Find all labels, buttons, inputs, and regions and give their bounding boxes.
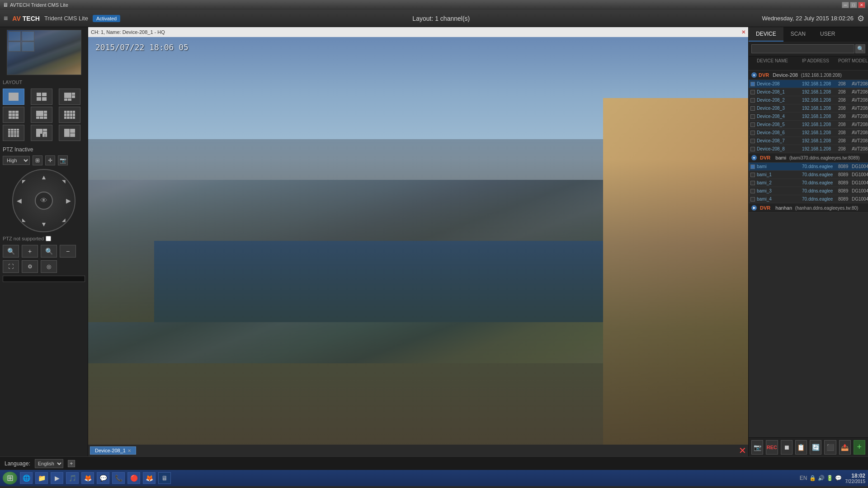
ptz-downright-arrow[interactable]: ◢: [62, 217, 66, 222]
layout-6ch-button[interactable]: [59, 89, 80, 105]
device-checkbox-bami[interactable]: [750, 164, 755, 169]
gear-icon[interactable]: ⚙: [857, 14, 864, 23]
camera-tab-device208[interactable]: Device-208_1 ✕: [90, 446, 136, 455]
ptz-speed-dropdown[interactable]: High: [3, 156, 30, 165]
paste-button[interactable]: 📋: [795, 440, 807, 455]
refresh-button[interactable]: 🔄: [810, 440, 821, 455]
device-checkbox-bami-1[interactable]: [750, 173, 755, 177]
taskbar-firefox[interactable]: 🦊: [143, 472, 156, 484]
device-checkbox-bami-4[interactable]: [750, 197, 755, 202]
layout-custom2-button[interactable]: [59, 125, 80, 141]
ptz-target-button[interactable]: ◎: [41, 260, 57, 273]
preview-thumbnail[interactable]: [7, 30, 81, 75]
ptz-snapshot-button[interactable]: 📷: [58, 155, 68, 165]
ptz-zoom-out-minus-button[interactable]: −: [60, 245, 76, 258]
start-button[interactable]: ⊞: [3, 472, 17, 484]
device-row-bami[interactable]: bami 70.ddns.eaglee 8089 DG1004 — ▶: [749, 163, 868, 171]
device-row-208-1[interactable]: Device-208_1 192.168.1.208 208 AVT208 ◉ …: [749, 88, 868, 96]
close-button[interactable]: ✕: [858, 2, 865, 8]
ptz-zoom-in-plus-button[interactable]: +: [22, 245, 38, 258]
stop-button[interactable]: ⏹: [781, 440, 793, 455]
taskbar-cms[interactable]: 🖥: [158, 472, 171, 484]
layout-16ch-button[interactable]: [3, 125, 24, 141]
device-row-208-2[interactable]: Device-208_2 192.168.1.208 208 AVT208 ◉ …: [749, 96, 868, 104]
maximize-button[interactable]: □: [850, 2, 857, 8]
device-checkbox-208-2[interactable]: [750, 98, 755, 103]
device-checkbox-208-3[interactable]: [750, 106, 755, 111]
ptz-center[interactable]: 👁: [35, 192, 53, 210]
ptz-right-arrow[interactable]: ▶: [66, 197, 71, 204]
device-checkbox-208[interactable]: [750, 82, 755, 86]
tab-device[interactable]: DEVICE: [749, 27, 783, 42]
taskbar-yahoo[interactable]: 🔴: [127, 472, 140, 484]
layout-4ch-button[interactable]: [31, 89, 52, 105]
dvr-header-bami[interactable]: ▼ DVR bami (bami370.ddns.eagleeyes.tw:80…: [749, 153, 868, 163]
search-button[interactable]: 🔍: [855, 44, 865, 53]
menu-icon[interactable]: ≡: [4, 14, 8, 23]
device-row-208-5[interactable]: Device-208_5 192.168.1.208 208 AVT208 ◉ …: [749, 121, 868, 129]
search-input[interactable]: [751, 44, 854, 53]
device-row-208-7[interactable]: Device-208_7 192.168.1.208 208 AVT208 ◉ …: [749, 137, 868, 145]
camera-view[interactable]: 2015/07/22 18:06 05: [88, 37, 748, 445]
ptz-zoom-in-button[interactable]: 🔍: [3, 245, 19, 258]
camera-tab-red[interactable]: ✕: [739, 445, 746, 456]
snapshot-button[interactable]: 📷: [751, 440, 763, 455]
device-row-bami-2[interactable]: bami_2 70.ddns.eaglee 8089 DG1004 — ▶: [749, 179, 868, 187]
device-checkbox-208-1[interactable]: [750, 90, 755, 94]
device-checkbox-bami-3[interactable]: [750, 189, 755, 193]
taskbar-media[interactable]: ▶: [51, 472, 63, 484]
record-button[interactable]: REC: [766, 440, 778, 455]
ptz-mode-button[interactable]: ⊞: [33, 155, 42, 165]
ptz-upright-arrow[interactable]: ◥: [62, 179, 66, 184]
ptz-down-arrow[interactable]: ▼: [41, 221, 47, 228]
sequence-button[interactable]: ⬛: [824, 440, 836, 455]
ie-icon: 🌐: [23, 474, 30, 482]
layout-10ch-button[interactable]: [31, 107, 52, 123]
device-row-208-3[interactable]: Device-208_3 192.168.1.208 208 AVT208 ◉ …: [749, 104, 868, 113]
device-row-208-8[interactable]: Device-208_8 192.168.1.208 208 AVT208 ◉ …: [749, 145, 868, 153]
ptz-settings-button[interactable]: ⚙: [22, 260, 38, 273]
ptz-not-supported-checkbox[interactable]: [46, 236, 51, 241]
device-row-208-6[interactable]: Device-208_6 192.168.1.208 208 AVT208 ◉ …: [749, 129, 868, 137]
taskbar-ie[interactable]: 🌐: [20, 472, 33, 484]
dvr-header-device208[interactable]: ▼ DVR Device-208 (192.168.1.208:208): [749, 70, 868, 80]
ptz-left-arrow[interactable]: ◀: [17, 197, 22, 204]
device-row-bami-4[interactable]: bami_4 70.ddns.eaglee 8089 DG1004 — ▶: [749, 195, 868, 203]
layout-custom1-button[interactable]: [31, 125, 52, 141]
ptz-up-arrow[interactable]: ▲: [41, 174, 47, 181]
device-checkbox-208-6[interactable]: [750, 131, 755, 135]
device-checkbox-208-4[interactable]: [750, 114, 755, 119]
layout-1ch-button[interactable]: [3, 89, 24, 105]
device-checkbox-208-8[interactable]: [750, 147, 755, 151]
taskbar-line[interactable]: 💬: [97, 472, 109, 484]
device-row-bami-1[interactable]: bami_1 70.ddns.eaglee 8089 DG1004 — ▶: [749, 171, 868, 179]
device-row-208-4[interactable]: Device-208_4 192.168.1.208 208 AVT208 ◉ …: [749, 113, 868, 121]
camera-tab-close[interactable]: ✕: [127, 448, 131, 453]
device-checkbox-208-7[interactable]: [750, 139, 755, 143]
device-checkbox-208-5[interactable]: [750, 122, 755, 127]
ptz-move-button[interactable]: ✛: [45, 155, 55, 165]
layout-9ch-button[interactable]: [3, 107, 24, 123]
layout-12ch-button[interactable]: [59, 107, 80, 123]
dvr-header-hanhan[interactable]: ▶ DVR hanhan (hanhan.ddns.eagleeyes.tw:8…: [749, 203, 868, 213]
language-add-button[interactable]: +: [68, 460, 75, 467]
device-row-208[interactable]: Device-208 192.168.1.208 208 AVT208 ◉ ▶: [749, 80, 868, 88]
ptz-joystick[interactable]: ▲ ▼ ◀ ▶ ◤ ◥ ◣ ◢ 👁: [12, 169, 75, 232]
language-select[interactable]: English: [35, 459, 63, 468]
taskbar-music[interactable]: 🎵: [66, 472, 79, 484]
tab-scan[interactable]: SCAN: [783, 27, 813, 42]
taskbar-chrome[interactable]: 🦊: [81, 472, 94, 484]
export-button[interactable]: 📤: [839, 440, 851, 455]
ptz-zoom-out-button[interactable]: 🔍: [41, 245, 57, 258]
add-button[interactable]: +: [854, 440, 865, 455]
minimize-button[interactable]: ─: [842, 2, 849, 8]
ptz-fullscreen-button[interactable]: ⛶: [3, 260, 19, 273]
ptz-upleft-arrow[interactable]: ◤: [22, 179, 26, 184]
device-checkbox-bami-2[interactable]: [750, 181, 755, 185]
taskbar-folder[interactable]: 📁: [35, 472, 48, 484]
tab-user[interactable]: USER: [813, 27, 842, 42]
device-row-bami-3[interactable]: bami_3 70.ddns.eaglee 8089 DG1004 — ▶: [749, 187, 868, 195]
taskbar-skype[interactable]: 📞: [112, 472, 125, 484]
ptz-downleft-arrow[interactable]: ◣: [22, 217, 26, 222]
camera-close-button[interactable]: ✕: [741, 29, 745, 35]
